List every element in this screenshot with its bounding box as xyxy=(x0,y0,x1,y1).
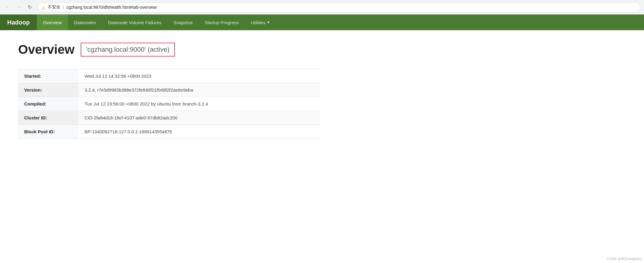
nav-link-snapshot[interactable]: Snapshot xyxy=(167,15,198,30)
table-row: Started:Wed Jul 12 14:32:56 +0800 2023 xyxy=(18,69,320,83)
security-warning-label: 不安全 xyxy=(48,5,60,10)
security-warning-icon: △ xyxy=(42,5,45,10)
nav-buttons: ← → ↻ xyxy=(4,3,34,11)
row-value: Tue Jul 12 19:58:00 +0800 2022 by ubuntu… xyxy=(79,97,320,111)
nav-item-datanode-volume-failures: Datanode Volume Failures xyxy=(102,15,168,30)
row-value: CID-2fa64d18-18cf-4107-ade0-97db82adc200 xyxy=(79,111,320,125)
nav-link-startup-progress[interactable]: Startup Progress xyxy=(199,15,245,30)
address-bar[interactable]: △ 不安全 | cgzhang.local:9870/dfshealth.htm… xyxy=(37,2,640,12)
page-header: Overview 'cgzhang.local:9000' (active) xyxy=(18,42,626,57)
nav-link-utilities[interactable]: Utilities ▼ xyxy=(245,15,276,30)
table-row: Version:3.2.4, r7e5d9983b388e372fe640f21… xyxy=(18,83,320,97)
navbar-brand[interactable]: Hadoop xyxy=(0,15,37,30)
row-label: Cluster ID: xyxy=(18,111,79,125)
reload-button[interactable]: ↻ xyxy=(25,3,34,11)
row-label: Started: xyxy=(18,69,79,83)
row-label: Block Pool ID: xyxy=(18,125,79,139)
nav-item-snapshot: Snapshot xyxy=(167,15,198,30)
row-value: Wed Jul 12 14:32:56 +0800 2023 xyxy=(79,69,320,83)
navbar: Hadoop Overview Datanodes Datanode Volum… xyxy=(0,15,644,30)
nav-item-datanodes: Datanodes xyxy=(68,15,102,30)
utilities-dropdown-arrow: ▼ xyxy=(267,20,270,24)
watermark: CSDN @MrZhangBaby xyxy=(607,257,642,261)
nav-item-overview: Overview xyxy=(37,15,68,30)
info-table: Started:Wed Jul 12 14:32:56 +0800 2023Ve… xyxy=(18,69,320,139)
nav-item-startup-progress: Startup Progress xyxy=(199,15,245,30)
browser-chrome: ← → ↻ △ 不安全 | cgzhang.local:9870/dfsheal… xyxy=(0,0,644,15)
table-row: Block Pool ID:BP-1040092718-127.0.0.1-16… xyxy=(18,125,320,139)
forward-button[interactable]: → xyxy=(14,3,23,11)
main-content: Overview 'cgzhang.local:9000' (active) S… xyxy=(0,30,644,263)
url-text: cgzhang.local:9870/dfshealth.html#tab-ov… xyxy=(66,5,157,10)
nav-item-utilities: Utilities ▼ xyxy=(245,15,276,30)
back-button[interactable]: ← xyxy=(4,3,12,11)
nav-link-overview[interactable]: Overview xyxy=(37,15,68,30)
row-label: Compiled: xyxy=(18,97,79,111)
row-value: 3.2.4, r7e5d9983b388e372fe640f21f048f2f2… xyxy=(79,83,320,97)
row-label: Version: xyxy=(18,83,79,97)
table-row: Compiled:Tue Jul 12 19:58:00 +0800 2022 … xyxy=(18,97,320,111)
nav-link-datanodes[interactable]: Datanodes xyxy=(68,15,102,30)
server-badge: 'cgzhang.local:9000' (active) xyxy=(81,43,175,57)
row-value: BP-1040092718-127.0.0.1-1689143554876 xyxy=(79,125,320,139)
page-title: Overview xyxy=(18,42,75,57)
table-row: Cluster ID:CID-2fa64d18-18cf-4107-ade0-9… xyxy=(18,111,320,125)
nav-link-datanode-volume-failures[interactable]: Datanode Volume Failures xyxy=(102,15,168,30)
navbar-nav: Overview Datanodes Datanode Volume Failu… xyxy=(37,15,276,30)
